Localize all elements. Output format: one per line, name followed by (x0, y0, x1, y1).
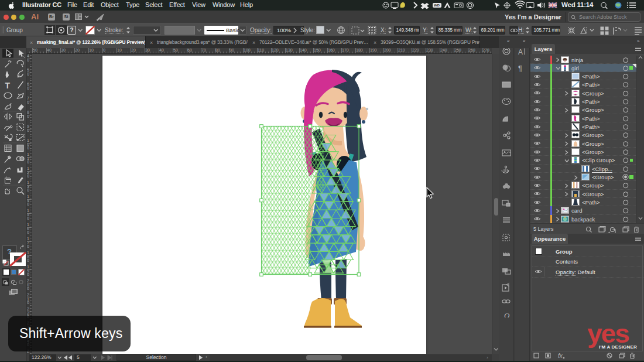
svg-text:T: T (5, 81, 11, 90)
svg-text:fx: fx (558, 353, 563, 359)
svg-text:WD: WD (434, 4, 440, 7)
svg-text:O: O (504, 311, 510, 317)
svg-text:A: A (518, 48, 523, 56)
svg-text:¶: ¶ (518, 64, 522, 73)
